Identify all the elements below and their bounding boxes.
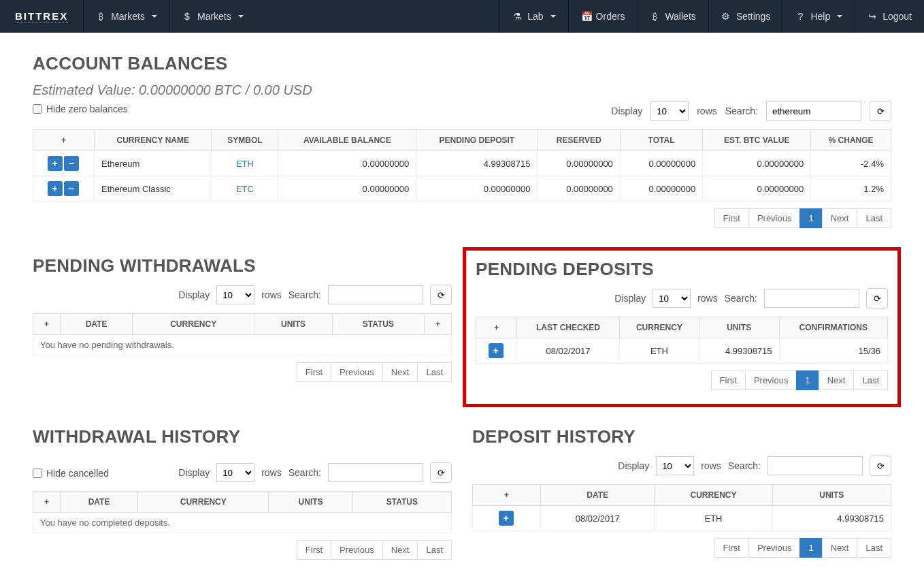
col-total: TOTAL [620,130,702,151]
rows-label: rows [697,106,717,116]
page-next[interactable]: Next [822,538,858,558]
page-last[interactable]: Last [857,208,891,228]
page-first[interactable]: First [714,208,749,228]
table-row: +− Ethereum Classic ETC 0.00000000 0.000… [33,176,891,202]
deposit-button[interactable]: + [48,181,63,196]
page-prev[interactable]: Previous [331,540,383,560]
balances-search-input[interactable] [766,101,861,121]
gear-icon: ⚙ [721,11,731,22]
nav-btc-markets-label: Markets [111,11,145,22]
deposit-button[interactable]: + [48,156,63,171]
page-1[interactable]: 1 [796,370,819,390]
wh-pagination: First Previous Next Last [33,540,452,560]
nav-logout[interactable]: ↪Logout [855,0,924,33]
wh-rows-select[interactable]: 10 [216,463,254,482]
hide-zero-checkbox[interactable] [33,104,42,114]
page-first[interactable]: First [714,538,749,558]
hide-zero-label: Hide zero balances [46,104,128,114]
dh-search-input[interactable] [768,456,863,475]
balances-refresh-button[interactable]: ⟳ [870,101,891,121]
wh-empty-message: You have no completed deposits. [33,513,452,533]
withdraw-button[interactable]: − [64,156,79,171]
nav-usd-markets-label: Markets [197,11,231,22]
withdrawal-history-table: + DATE CURRENCY UNITS STATUS You have no… [33,491,452,533]
top-navbar: BITTREX ₿ Markets $ Markets ⚗Lab 📅Orders… [0,0,924,33]
dollar-icon: $ [182,11,192,22]
balances-rows-select[interactable]: 10 [650,101,689,121]
currency-name: Ethereum Classic [95,176,212,202]
hide-cancelled-checkbox[interactable] [33,468,42,478]
pd-search-input[interactable] [764,289,859,308]
page-next[interactable]: Next [819,370,855,390]
help-icon: ? [795,11,805,22]
page-first[interactable]: First [297,540,331,560]
table-row: + 08/02/2017 ETH 4.99308715 15/36 [476,338,888,364]
dh-rows-select[interactable]: 10 [656,456,694,475]
page-prev[interactable]: Previous [748,208,801,228]
expand-icon[interactable]: + [44,497,49,507]
page-1[interactable]: 1 [799,208,822,228]
refresh-icon: ⟳ [438,290,445,300]
pw-rows-select[interactable]: 10 [216,285,254,304]
page-next[interactable]: Next [382,362,418,382]
page-first[interactable]: First [297,362,331,382]
page-prev[interactable]: Previous [748,538,801,558]
nav-btc-markets[interactable]: ₿ Markets [83,0,169,33]
page-prev[interactable]: Previous [331,362,383,382]
brand-logo[interactable]: BITTREX [0,0,83,33]
bitcoin-icon: ₿ [650,11,659,22]
expand-row-button[interactable]: + [489,343,504,358]
expand-icon[interactable]: + [504,490,509,500]
col-pending-deposit: PENDING DEPOSIT [416,130,538,151]
wh-refresh-button[interactable]: ⟳ [430,462,452,483]
col-currency-name: CURRENCY NAME [95,130,212,151]
display-label: Display [611,106,642,116]
page-next[interactable]: Next [382,540,418,560]
expand-icon[interactable]: + [44,319,49,329]
page-next[interactable]: Next [822,208,858,228]
withdrawal-history-title: WITHDRAWAL HISTORY [33,426,452,447]
page-last[interactable]: Last [417,540,452,560]
account-balances-title: ACCOUNT BALANCES [33,53,891,74]
nav-settings[interactable]: ⚙Settings [708,0,783,33]
refresh-icon: ⟳ [874,293,881,304]
wh-search-input[interactable] [328,463,423,482]
pd-rows-select[interactable]: 10 [653,289,691,308]
page-last[interactable]: Last [853,370,888,390]
logout-icon: ↪ [868,11,877,22]
nav-help[interactable]: ?Help [782,0,855,33]
page-prev[interactable]: Previous [745,370,797,390]
pw-refresh-button[interactable]: ⟳ [430,285,452,305]
nav-wallets[interactable]: ₿Wallets [637,0,708,33]
chevron-down-icon [837,15,842,18]
page-first[interactable]: First [711,370,746,390]
page-last[interactable]: Last [857,538,891,558]
withdraw-button[interactable]: − [64,181,79,196]
expand-all-icon[interactable]: + [61,136,66,145]
nav-lab[interactable]: ⚗Lab [499,0,567,33]
dh-pagination: First Previous 1 Next Last [472,538,891,558]
symbol-link[interactable]: ETH [212,151,278,176]
pending-deposits-table: + LAST CHECKED CURRENCY UNITS CONFIRMATI… [476,317,888,364]
nav-usd-markets[interactable]: $ Markets [169,0,256,33]
expand-row-button[interactable]: + [499,511,514,526]
pending-withdrawals-title: PENDING WITHDRAWALS [33,255,452,276]
pw-search-input[interactable] [328,285,423,304]
chevron-down-icon [238,15,244,18]
pending-withdrawals-panel: PENDING WITHDRAWALS Display 10 rows Sear… [33,255,452,399]
expand-icon[interactable]: + [435,319,440,329]
expand-icon[interactable]: + [494,323,499,332]
col-available: AVAILABLE BALANCE [278,130,416,151]
symbol-link[interactable]: ETC [212,176,278,202]
page-last[interactable]: Last [417,362,452,382]
dh-refresh-button[interactable]: ⟳ [870,456,891,476]
refresh-icon: ⟳ [877,106,885,116]
hide-cancelled-label: Hide cancelled [46,468,109,479]
table-row: +− Ethereum ETH 0.00000000 4.99308715 0.… [33,151,891,176]
withdrawal-history-panel: WITHDRAWAL HISTORY Hide cancelled Displa… [33,426,452,560]
bitcoin-icon: ₿ [96,11,105,22]
pd-refresh-button[interactable]: ⟳ [866,288,888,308]
page-1[interactable]: 1 [799,538,822,558]
nav-orders[interactable]: 📅Orders [568,0,638,33]
balances-controls: Display 10 rows Search: ⟳ [33,101,891,121]
